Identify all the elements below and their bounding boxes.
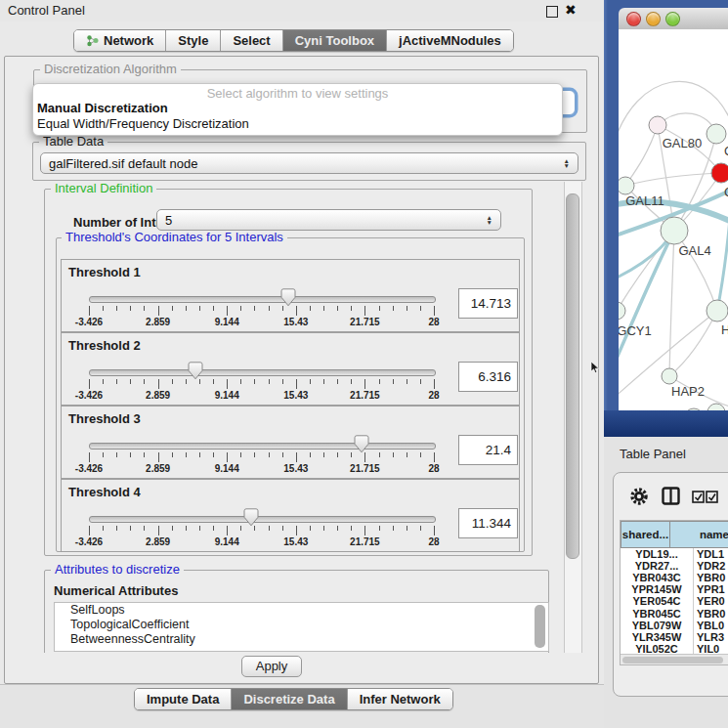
main-scrollbar-thumb[interactable] [566, 193, 579, 559]
threshold-slider-track[interactable] [89, 443, 436, 450]
tab-discretize-data[interactable]: Discretize Data [232, 689, 347, 709]
slider-tick [269, 379, 270, 384]
network-node-gal4[interactable] [661, 217, 688, 244]
slider-tick-label: 9.144 [197, 536, 256, 547]
float-window-icon[interactable] [546, 6, 558, 18]
table-row[interactable]: YER054CYER0 [621, 595, 728, 607]
slider-tick [434, 452, 435, 462]
list-scrollbar[interactable] [535, 605, 545, 648]
apply-button[interactable]: Apply [241, 656, 302, 677]
table-data-combo-value: galFiltered.sif default node [49, 156, 197, 171]
slider-tick [393, 452, 394, 457]
node-label: GAL4 [678, 243, 710, 258]
threshold-slider-track[interactable] [89, 369, 436, 376]
numerical-attributes-list[interactable]: SelfLoopsTopologicalCoefficientBetweenne… [54, 602, 549, 652]
slider-tick [116, 526, 117, 531]
minimize-traffic-light-icon[interactable] [646, 12, 661, 26]
threshold-value-field[interactable]: 6.316 [458, 362, 518, 392]
network-node-gal80[interactable] [649, 116, 666, 134]
tab-jactivemnodules[interactable]: jActiveMNodules [387, 30, 513, 51]
table-row[interactable]: YBR045CYBR0 [621, 607, 728, 619]
network-edge[interactable] [625, 125, 658, 186]
slider-tick [116, 379, 117, 384]
cell-shared-name: YBL079W [621, 620, 693, 631]
network-node[interactable] [684, 408, 704, 410]
algorithm-option-equal-width-frequency-discretization[interactable]: Equal Width/Frequency Discretization [37, 116, 249, 131]
attributes-group-title: Attributes to discretize [51, 563, 184, 577]
zoom-traffic-light-icon[interactable] [665, 12, 680, 26]
tab-network[interactable]: Network [74, 30, 166, 51]
slider-tick [172, 379, 173, 384]
split-columns-icon[interactable] [662, 487, 680, 505]
threshold-slider-track[interactable] [89, 516, 436, 523]
node-label: GAL11 [625, 193, 664, 208]
table-hscrollbar-thumb[interactable] [622, 657, 723, 664]
list-item-betweennesscentrality[interactable]: BetweennessCentrality [55, 632, 548, 647]
close-icon[interactable]: ✖ [565, 2, 577, 18]
slider-tick [379, 306, 380, 311]
discretization-algorithm-title: Discretization Algorithm [40, 63, 181, 76]
threshold-value-field[interactable]: 14.713 [458, 288, 518, 319]
tab-infer-network[interactable]: Infer Network [348, 689, 452, 709]
table-row[interactable]: YBR043CYBR0 [621, 572, 728, 583]
slider-tick-label: 21.715 [335, 317, 394, 327]
network-node-gal11[interactable] [619, 177, 634, 194]
tab-cyni-toolbox[interactable]: Cyni Toolbox [283, 30, 387, 51]
slider-tick [351, 526, 352, 531]
table-row[interactable]: YBL079WYBL0 [621, 620, 728, 631]
slider-thumb[interactable] [188, 362, 203, 380]
column-header-name[interactable]: name [670, 521, 728, 548]
list-item-topologicalcoefficient[interactable]: TopologicalCoefficient [55, 618, 548, 632]
threshold-slider-track[interactable] [89, 296, 436, 303]
table-hscrollbar-track[interactable] [621, 654, 728, 665]
cell-name: YDR2 [693, 560, 728, 572]
slider-thumb[interactable] [243, 508, 259, 527]
column-divider [693, 548, 694, 654]
slider-tick [172, 526, 173, 531]
table-row[interactable]: YDL19...YDL1 [621, 548, 728, 560]
tab-impute-data[interactable]: Impute Data [135, 689, 232, 709]
slider-thumb[interactable] [354, 435, 369, 453]
algorithm-prompt: Select algorithm to view settings [33, 86, 562, 101]
network-node-ga[interactable] [707, 124, 726, 144]
checkbox-icon[interactable] [692, 491, 705, 503]
network-edge[interactable] [625, 173, 721, 186]
slider-tick [364, 379, 365, 389]
cyni-mode-tab-bar: Impute DataDiscretize DataInfer Network [134, 688, 453, 710]
node-attribute-table[interactable]: shared... name YDL19...YDL1YDR27...YDR2Y… [620, 520, 728, 665]
tab-select[interactable]: Select [221, 30, 282, 51]
tab-style[interactable]: Style [166, 30, 221, 51]
table-row[interactable]: YDR27...YDR2 [621, 560, 728, 572]
table-data-combobox[interactable]: galFiltered.sif default node ▲▼ [40, 152, 578, 174]
network-node-gcy1[interactable] [619, 302, 625, 320]
network-node-hap2[interactable] [662, 368, 677, 384]
slider-tick [282, 526, 283, 531]
threshold-2-panel: Threshold 2-3.4262.8599.14415.4321.71528… [61, 332, 520, 406]
slider-thumb[interactable] [280, 288, 296, 307]
gear-icon[interactable] [629, 487, 649, 506]
slider-tick [144, 306, 145, 311]
threshold-value-field[interactable]: 21.4 [458, 435, 518, 465]
network-view-canvas[interactable]: GAL80GACGAL11GAL4GCY1HAHAP2 [619, 29, 728, 410]
network-edge[interactable] [669, 231, 674, 376]
threshold-value-field[interactable]: 11.344 [458, 508, 518, 538]
network-edge[interactable] [717, 207, 728, 311]
slider-tick [199, 452, 200, 457]
network-node-c[interactable] [711, 163, 728, 183]
table-row[interactable]: YLR345WYLR3 [621, 631, 728, 643]
column-header-shared-name[interactable]: shared... [621, 521, 670, 548]
checkbox-icon[interactable] [706, 491, 718, 503]
table-row[interactable]: YPR145WYPR1 [621, 583, 728, 595]
slider-tick [158, 306, 159, 316]
slider-tick [103, 306, 104, 311]
algorithm-option-manual-discretization[interactable]: Manual Discretization [37, 101, 168, 115]
network-edge[interactable] [619, 231, 674, 367]
slider-tick-label: 28 [405, 390, 463, 401]
threshold-4-panel: Threshold 4-3.4262.8599.14415.4321.71528… [61, 479, 520, 552]
list-item-selfloops[interactable]: SelfLoops [55, 603, 548, 618]
network-node-ha[interactable] [707, 300, 728, 321]
slider-tick [269, 526, 270, 531]
close-traffic-light-icon[interactable] [626, 12, 641, 26]
threshold-stack: Threshold 1-3.4262.8599.14415.4321.71528… [32, 181, 562, 572]
table-panel-title: Table Panel [620, 447, 686, 461]
